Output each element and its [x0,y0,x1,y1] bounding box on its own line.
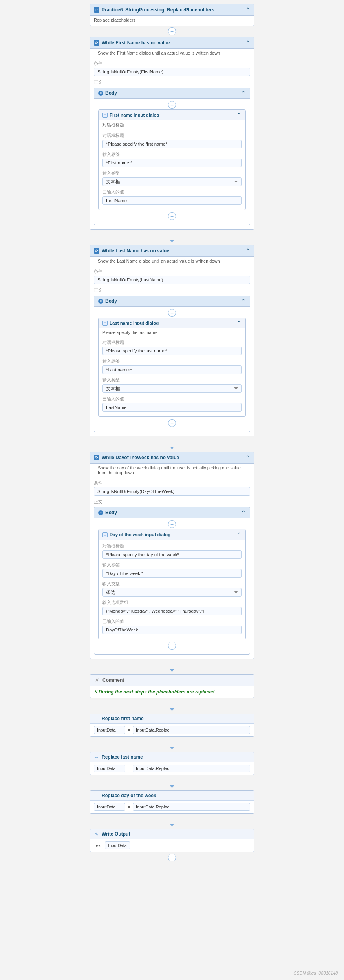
while-1-body-label: 正文 [94,79,250,85]
dialog-1-entered-value: FirstName [102,196,242,205]
dialog-3-array-value: {"Monday","Tuesday","Wednesday","Thursda… [102,607,242,615]
arrow-3 [170,659,174,674]
while-1-desc: Show the First Name dialog until an actu… [94,49,250,57]
while-2-body-card-header: ≡ Body ⌃ [94,296,250,307]
replace-day-icon: ↔ [94,793,99,798]
body-2-icon: ≡ [98,299,103,304]
add-step-1[interactable]: + [168,27,176,35]
write-output-title: Write Output [102,831,130,837]
arrow-2 [170,436,174,452]
while-3-collapse[interactable]: ⌃ [245,454,250,461]
body-3-collapse[interactable]: ⌃ [241,509,246,516]
body-2-collapse[interactable]: ⌃ [241,298,246,304]
replace-last-eq: = [128,766,130,771]
dialog-1-desc: 对话框标题 [99,120,245,130]
replace-first-title: Replace first name [102,716,144,721]
body-1-plus-bottom: + [98,212,246,220]
main-card-subtitle: Replace placeholders [90,16,254,26]
dialog-1-collapse[interactable]: ⌃ [237,112,242,118]
body-1-plus: + [98,101,246,109]
arrow-head-5 [170,747,174,750]
while-3-body-label: 正文 [94,499,250,505]
replace-first-body: InputData = InputData.Replac [90,724,254,736]
dialog-3-entered-label: 已输入的值 [102,619,242,624]
dialog-1-field-value-1: *First name:* [102,159,242,167]
comment-header: // Comment [90,675,254,686]
while-3-icon: ⟳ [94,455,99,460]
dialog-1-icon: □ [102,113,108,118]
dialog-3-input-type-select[interactable]: 条选 文本框 数字 [102,588,242,597]
dialog-3-body: 对话框标题 *Please specify the day of the wee… [99,543,245,639]
while-1-collapse[interactable]: ⌃ [245,40,250,46]
dialog-2-header: □ Last name input dialog ⌃ [99,318,245,328]
plus-connector-final: + [168,852,176,863]
dialog-2-card: □ Last name input dialog ⌃ Please specif… [98,318,246,417]
while-1-block: ⟳ While First Name has no value ⌃ Show t… [90,37,254,230]
while-2-block: ⟳ While Last Name has no value ⌃ Show th… [90,245,254,436]
watermark: CSDN @qq_38316148 [293,971,338,975]
arrow-head-3 [170,669,174,672]
arrow-line-3 [172,661,172,669]
dialog-2-entered-label: 已输入的值 [102,396,242,402]
dialog-1-body: 对话框标题 *Please specify the first name* 输入… [99,133,245,210]
while-2-collapse[interactable]: ⌃ [245,248,250,254]
replace-first-field1: InputData [94,726,125,734]
comment-icon: // [94,677,100,683]
body-3-plus-bottom: + [98,642,246,650]
add-body-1-bottom[interactable]: + [168,212,176,220]
arrow-head-4 [170,708,174,711]
dialog-3-input-type-label: 输入类型 [102,581,242,587]
dialog-3-entered-value: DayOfTheWeek [102,626,242,634]
replace-day-header: ↔ Replace day of the week [90,791,254,801]
dialog-3-card: □ Day of the week input dialog ⌃ 对话框标题 *… [98,529,246,639]
arrow-7 [170,814,174,829]
main-card-title: Practice6_StringProcessing_ReplacePlaceh… [102,7,214,13]
while-1-condition: String.IsNullOrEmpty(FirstName) [94,68,250,76]
dialog-2-input-type-label: 输入类型 [102,377,242,383]
comment-body: // During the next steps the placeholder… [90,686,254,698]
add-body-1[interactable]: + [168,101,176,109]
dialog-1-input-type-label: 输入类型 [102,170,242,176]
arrow-head-2 [170,447,174,449]
dialog-2-title: □ Last name input dialog [102,321,159,326]
dialog-1-input-type-select[interactable]: 文本框 数字 密码 [102,177,242,186]
add-body-2[interactable]: + [168,309,176,317]
dialog-2-field-label-0: 对话框标题 [102,339,242,345]
add-body-2-bottom[interactable]: + [168,419,176,427]
while-2-body-inner: + □ Last name input dialog ⌃ Please spec… [94,309,250,432]
add-step-final[interactable]: + [168,854,176,861]
dialog-1-header: □ First name input dialog ⌃ [99,110,245,120]
replace-day-eq: = [128,804,130,810]
while-1-body-card-header: ≡ Body ⌃ [94,88,250,99]
while-1-condition-label: 条件 [94,60,250,66]
collapse-icon[interactable]: ⌃ [245,7,250,13]
while-3-desc: Show the day of the week dialog until th… [94,464,250,477]
while-1-header: ⟳ While First Name has no value ⌃ [90,37,254,49]
while-2-header: ⟳ While Last Name has no value ⌃ [90,245,254,257]
body-3-icon: ≡ [98,510,103,515]
while-1-title: While First Name has no value [102,40,170,46]
while-1-body-inner: + □ First name input dialog ⌃ 对 [94,101,250,225]
arrow-line-2 [172,439,172,447]
dialog-3-array-label: 输入选项数组 [102,600,242,606]
comment-block: // Comment // During the next steps the … [90,674,254,698]
add-body-3[interactable]: + [168,520,176,528]
replace-last-block: ↔ Replace last name InputData = InputDat… [90,752,254,775]
write-output-value: InputData [105,841,130,849]
while-2-desc: Show the Last Name dialog until an actua… [94,257,250,265]
write-output-label: Text [94,843,102,848]
while-2-condition: String.IsNullOrEmpty(LastName) [94,276,250,284]
add-body-3-bottom[interactable]: + [168,642,176,650]
dialog-2-input-type-select[interactable]: 文本框 数字 密码 [102,384,242,393]
while-3-condition-label: 条件 [94,480,250,486]
write-output-header: ✎ Write Output [90,829,254,839]
arrow-line-6 [172,777,172,785]
replace-last-field2: InputData.Replac [133,765,250,772]
dialog-2-collapse[interactable]: ⌃ [237,320,242,326]
dialog-3-field-label-0: 对话框标题 [102,543,242,549]
while-1-body-card-title: ≡ Body [98,90,117,96]
arrow-head-7 [170,824,174,827]
dialog-3-collapse[interactable]: ⌃ [237,531,242,538]
dialog-1-field-label-1: 输入标签 [102,151,242,157]
body-1-collapse[interactable]: ⌃ [241,90,246,96]
